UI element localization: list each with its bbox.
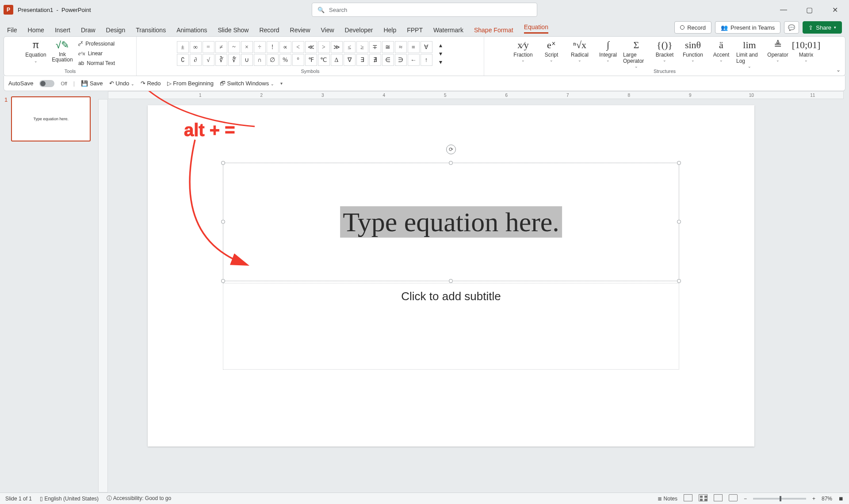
symbol-°[interactable]: ° — [292, 54, 304, 66]
symbol-∂[interactable]: ∂ — [190, 54, 202, 66]
symbol-≈[interactable]: ≈ — [395, 41, 407, 53]
tab-watermark[interactable]: Watermark — [433, 27, 463, 34]
symbol-≤[interactable]: ≤ — [344, 41, 356, 53]
structure-fraction[interactable]: x⁄yFraction⌄ — [510, 38, 536, 62]
tab-view[interactable]: View — [321, 27, 334, 34]
equation-placeholder-text[interactable]: Type equation here. — [340, 206, 562, 238]
symbol-∝[interactable]: ∝ — [279, 41, 291, 53]
symbol-℉[interactable]: ℉ — [305, 54, 317, 66]
symbol-≪[interactable]: ≪ — [305, 41, 317, 53]
view-sorter-button[interactable] — [699, 494, 708, 503]
save-button[interactable]: 💾 Save — [81, 80, 103, 87]
symbol-∃[interactable]: ∃ — [356, 54, 368, 66]
tab-fppt[interactable]: FPPT — [407, 27, 423, 34]
zoom-level[interactable]: 87% — [822, 496, 832, 502]
structure-matrix[interactable]: [10;01]Matrix⌄ — [793, 38, 819, 62]
tab-record[interactable]: Record — [259, 27, 279, 34]
tab-file[interactable]: File — [7, 27, 17, 34]
symbol-<[interactable]: < — [292, 41, 304, 53]
symbol-~[interactable]: ~ — [228, 41, 240, 53]
ink-equation-button[interactable]: √✎ Ink Equation — [50, 38, 75, 62]
equation-button[interactable]: π Equation ⌄ — [23, 38, 48, 63]
structure-radical[interactable]: ⁿ√xRadical⌄ — [566, 38, 593, 62]
zoom-slider[interactable] — [753, 498, 806, 500]
symbol-∄[interactable]: ∄ — [369, 54, 381, 66]
symbols-scroll-down[interactable]: ▾ — [437, 50, 445, 57]
record-button[interactable]: Record — [674, 21, 711, 34]
view-slideshow-button[interactable] — [729, 494, 738, 503]
symbol-×[interactable]: × — [241, 41, 253, 53]
tab-transitions[interactable]: Transitions — [136, 27, 166, 34]
rotate-handle-icon[interactable]: ⟳ — [446, 145, 456, 154]
structure-bracket[interactable]: {()}Bracket⌄ — [651, 38, 678, 62]
symbol->[interactable]: > — [318, 41, 330, 53]
symbols-more[interactable]: ▾ — [437, 58, 445, 66]
symbol-±[interactable]: ± — [177, 41, 189, 53]
symbol-≠[interactable]: ≠ — [215, 41, 227, 53]
convert-normal-text[interactable]: abNormal Text — [76, 59, 117, 68]
share-button[interactable]: ⇪Share▾ — [803, 21, 842, 34]
tab-animations[interactable]: Animations — [176, 27, 207, 34]
tab-developer[interactable]: Developer — [345, 27, 373, 34]
symbol-↑[interactable]: ↑ — [421, 54, 432, 66]
tab-shape-format[interactable]: Shape Format — [474, 27, 513, 34]
symbol-∜[interactable]: ∜ — [228, 54, 240, 66]
undo-button[interactable]: ↶ Undo ⌄ — [109, 80, 134, 87]
structure-operator[interactable]: ≜Operator⌄ — [765, 38, 791, 62]
symbol-←[interactable]: ← — [408, 54, 420, 66]
convert-linear[interactable]: e^xLinear — [76, 49, 117, 58]
tab-equation[interactable]: Equation — [524, 23, 548, 34]
symbol-≡[interactable]: ≡ — [408, 41, 420, 53]
autosave-toggle[interactable] — [39, 80, 54, 87]
structure-large-operator[interactable]: ΣLarge Operator⌄ — [623, 38, 650, 69]
tab-draw[interactable]: Draw — [81, 27, 96, 34]
slide-canvas[interactable]: ⟳ Type equation here. Click to add subti… — [148, 105, 754, 447]
comments-button[interactable]: 💬 — [784, 21, 799, 34]
symbol-√[interactable]: √ — [203, 54, 214, 66]
symbol-∇[interactable]: ∇ — [344, 54, 356, 66]
status-slide-indicator[interactable]: Slide 1 of 1 — [5, 496, 32, 502]
from-beginning-button[interactable]: ▷ From Beginning — [167, 80, 214, 87]
symbol-∩[interactable]: ∩ — [254, 54, 266, 66]
zoom-in-button[interactable]: + — [812, 496, 815, 502]
structure-integral[interactable]: ∫Integral⌄ — [595, 38, 621, 62]
collapse-ribbon-button[interactable]: ⌄ — [836, 67, 841, 73]
switch-windows-button[interactable]: 🗗 Switch Windows ⌄ — [220, 80, 274, 87]
qat-customize[interactable]: ▾ — [280, 81, 283, 86]
symbols-scroll-up[interactable]: ▴ — [437, 42, 445, 49]
structure-accent[interactable]: äAccent⌄ — [708, 38, 734, 62]
symbol-∅[interactable]: ∅ — [267, 54, 279, 66]
symbol-∋[interactable]: ∋ — [395, 54, 407, 66]
structure-script[interactable]: eˣScript⌄ — [538, 38, 565, 62]
tab-insert[interactable]: Insert — [55, 27, 70, 34]
zoom-out-button[interactable]: − — [744, 496, 747, 502]
redo-button[interactable]: ↷ Redo — [141, 80, 161, 87]
symbol-÷[interactable]: ÷ — [254, 41, 266, 53]
symbol-℃[interactable]: ℃ — [318, 54, 330, 66]
tab-review[interactable]: Review — [290, 27, 310, 34]
symbol-≫[interactable]: ≫ — [331, 41, 343, 53]
present-in-teams-button[interactable]: 👥Present in Teams — [715, 21, 780, 34]
symbol-∛[interactable]: ∛ — [215, 54, 227, 66]
maximize-button[interactable]: ▢ — [801, 4, 817, 16]
search-box[interactable]: 🔍 Search — [312, 3, 537, 17]
symbol-≥[interactable]: ≥ — [356, 41, 368, 53]
notes-button[interactable]: ≣ Notes — [658, 496, 677, 502]
tab-help[interactable]: Help — [383, 27, 396, 34]
convert-professional[interactable]: exProfessional — [76, 39, 117, 48]
view-normal-button[interactable] — [684, 494, 692, 503]
symbol-∁[interactable]: ∁ — [177, 54, 189, 66]
slide-thumbnail-1[interactable]: Type equation here. — [11, 96, 91, 141]
status-language[interactable]: ▯ English (United States) — [40, 496, 99, 502]
symbol-∓[interactable]: ∓ — [369, 41, 381, 53]
status-accessibility[interactable]: ⓘ Accessibility: Good to go — [107, 495, 171, 502]
symbol-∞[interactable]: ∞ — [190, 41, 202, 53]
subtitle-placeholder[interactable]: Click to add subtitle — [223, 283, 679, 370]
view-reading-button[interactable] — [714, 494, 723, 503]
fit-to-window-button[interactable]: ⏹ — [838, 496, 844, 502]
minimize-button[interactable]: — — [776, 4, 792, 16]
structure-function[interactable]: sinθFunction⌄ — [680, 38, 706, 62]
tab-slide-show[interactable]: Slide Show — [218, 27, 249, 34]
symbol-∆[interactable]: ∆ — [331, 54, 343, 66]
symbol-∀[interactable]: ∀ — [421, 41, 432, 53]
